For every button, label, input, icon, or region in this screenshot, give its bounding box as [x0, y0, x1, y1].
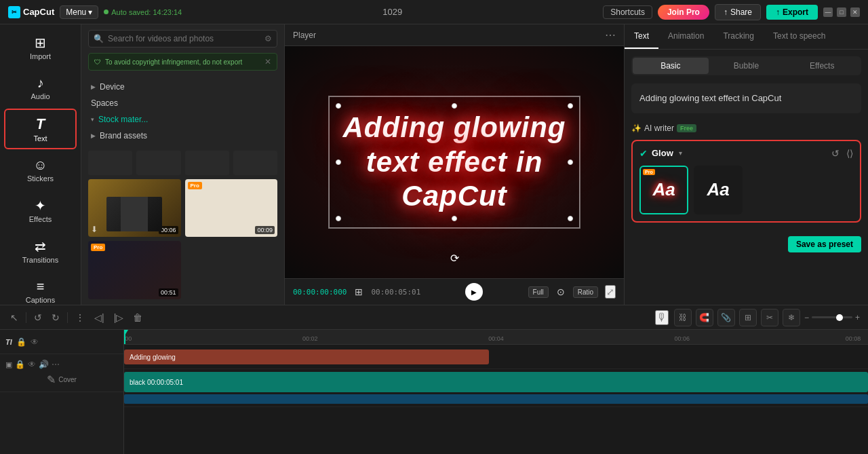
tab-text-to-speech[interactable]: Text to speech	[764, 24, 835, 49]
delete-button[interactable]: 🗑	[131, 310, 144, 325]
save-as-preset-button[interactable]: Save as preset	[788, 236, 861, 252]
handle-middle-left[interactable]	[336, 159, 341, 165]
thumb-small-3[interactable]	[185, 151, 229, 175]
close-button[interactable]: ✕	[850, 7, 860, 17]
style-card-1[interactable]: Pro Aa	[639, 166, 688, 214]
media-thumb-1[interactable]: 00:06 ⬇	[88, 179, 181, 237]
zoom-fit-button[interactable]: ⊙	[555, 285, 566, 299]
style-card-2[interactable]: Aa	[694, 166, 743, 214]
freeze-tool[interactable]: ❄	[783, 309, 800, 326]
nav-item-stock[interactable]: ▾ Stock mater...	[81, 111, 284, 128]
lock-icon[interactable]: 🔒	[16, 337, 26, 347]
handle-top-middle[interactable]	[452, 103, 457, 109]
sidebar-item-import[interactable]: ⊞ Import	[4, 28, 77, 67]
search-icon: 🔍	[94, 34, 104, 43]
select-tool-button[interactable]: ↖	[8, 310, 20, 325]
canvas-text[interactable]: Adding glowingtext effect inCapCut	[329, 96, 580, 227]
left-toolbar: ⊞ Import ♪ Audio T Text ☺ Stickers ✦ Eff…	[0, 24, 81, 305]
grid-view-button[interactable]: ⊞	[353, 285, 364, 299]
tab-tracking[interactable]: Tracking	[713, 24, 764, 49]
redo-button[interactable]: ↻	[50, 310, 62, 325]
play-button[interactable]: ▶	[465, 283, 483, 301]
menu-button[interactable]: Menu ▾	[60, 5, 98, 19]
text-selection-box: Adding glowingtext effect inCapCut	[328, 96, 581, 228]
maximize-button[interactable]: □	[837, 7, 846, 17]
undo-glow-button[interactable]: ↺	[831, 148, 840, 159]
nav-item-brand[interactable]: ▶ Brand assets	[81, 128, 284, 144]
thumb-small-1[interactable]	[88, 151, 132, 175]
export-button[interactable]: ↑ Export	[766, 5, 818, 20]
sub-tab-basic[interactable]: Basic	[633, 58, 709, 74]
crop-tool[interactable]: ✂	[761, 309, 778, 326]
player-menu-icon[interactable]: ⋯	[605, 29, 616, 41]
zoom-in-icon[interactable]: +	[855, 313, 860, 322]
microphone-button[interactable]: 🎙	[655, 310, 669, 325]
trim-end-button[interactable]: |▷	[112, 310, 126, 325]
text-clip[interactable]: Adding glowing	[124, 349, 489, 364]
thumb-small-2[interactable]	[136, 151, 180, 175]
sidebar-item-audio[interactable]: ♪ Audio	[4, 69, 77, 107]
filter-icon[interactable]: ⚙	[264, 34, 272, 43]
glow-check-icon[interactable]: ✔	[639, 148, 648, 159]
eye-icon[interactable]: 👁	[31, 337, 39, 347]
sub-tab-bubble[interactable]: Bubble	[709, 58, 785, 74]
shortcuts-button[interactable]: Shortcuts	[603, 5, 652, 19]
sub-tab-effects[interactable]: Effects	[784, 58, 860, 74]
join-pro-button[interactable]: Join Pro	[658, 5, 709, 20]
export-icon: ↑	[776, 7, 780, 17]
media-panel: 🔍 ⚙ 🛡 To avoid copyright infringement, d…	[81, 24, 285, 305]
handle-middle-right[interactable]	[568, 159, 573, 165]
nav-item-device[interactable]: ▶ Device	[81, 79, 284, 95]
ratio-button[interactable]: Ratio	[573, 286, 598, 298]
audio-clip[interactable]	[124, 394, 868, 404]
topbar: ✂ CapCut Menu ▾ Auto saved: 14:23:14 102…	[0, 0, 868, 24]
timeline-panel: ↖ ↺ ↻ ⋮ ◁| |▷ 🗑 🎙 ⛓ 🧲 📎 ⊞ ✂ ❄ − +	[0, 305, 868, 454]
share-button[interactable]: ↑ Share	[715, 4, 761, 20]
search-input[interactable]	[88, 30, 277, 48]
link-tool[interactable]: ⛓	[674, 309, 692, 326]
sidebar-item-effects[interactable]: ✦ Effects	[4, 191, 77, 230]
zoom-thumb[interactable]	[836, 314, 843, 321]
trim-start-button[interactable]: ◁|	[92, 310, 106, 325]
sidebar-item-text[interactable]: T Text	[4, 109, 77, 149]
media-thumbs: 00:06 ⬇ Pro 00:09 Pro 00:51	[81, 147, 284, 303]
zoom-track[interactable]	[812, 316, 852, 318]
timeline-toolbar: ↖ ↺ ↻ ⋮ ◁| |▷ 🗑 🎙 ⛓ 🧲 📎 ⊞ ✂ ❄ − +	[0, 305, 868, 330]
sidebar-item-stickers[interactable]: ☺ Stickers	[4, 151, 77, 189]
magnet-tool[interactable]: 🧲	[696, 309, 713, 326]
tab-animation[interactable]: Animation	[658, 24, 713, 49]
app-logo: ✂ CapCut	[8, 6, 54, 18]
handle-top-left[interactable]	[336, 103, 341, 109]
minimize-button[interactable]: —	[823, 7, 833, 17]
glow-code-icon[interactable]: ⟨⟩	[846, 148, 853, 159]
close-copyright-button[interactable]: ✕	[264, 57, 271, 67]
video-clip[interactable]: black 00:00:05:01	[124, 372, 868, 392]
thumb-small-4[interactable]	[233, 151, 277, 175]
sidebar-item-transitions[interactable]: ⇄ Transitions	[4, 231, 77, 271]
handle-bottom-middle[interactable]	[452, 216, 457, 221]
volume-icon[interactable]: 🔊	[39, 360, 49, 369]
align-tool[interactable]: ⊞	[739, 309, 757, 326]
sidebar-item-captions[interactable]: ≡ Captions	[4, 272, 77, 305]
undo-button[interactable]: ↺	[32, 310, 44, 325]
text-track-label: TI 🔒 👁	[0, 330, 123, 354]
media-thumb-2[interactable]: Pro 00:09	[185, 179, 278, 237]
fullscreen-button[interactable]: ⤢	[605, 285, 616, 299]
right-panel-tabs: Text Animation Tracking Text to speech	[625, 24, 868, 50]
rotate-handle[interactable]: ⟳	[450, 252, 459, 265]
lock-icon-2[interactable]: 🔒	[15, 360, 25, 369]
cover-button[interactable]: ✎ Cover	[47, 373, 77, 386]
glow-expand-icon[interactable]: ▾	[679, 149, 682, 157]
tab-text[interactable]: Text	[625, 24, 658, 49]
nav-item-spaces[interactable]: Spaces	[81, 95, 284, 111]
more-icon[interactable]: ⋯	[52, 360, 60, 369]
media-thumb-3[interactable]: Pro 00:51	[88, 241, 181, 299]
full-view-button[interactable]: Full	[528, 286, 549, 298]
tracks-container: Adding glowing black 00:00:05:01	[124, 345, 868, 454]
zoom-out-icon[interactable]: −	[804, 313, 809, 322]
handle-bottom-left[interactable]	[336, 216, 341, 221]
effects-icon: ✦	[35, 197, 46, 214]
split-button[interactable]: ⋮	[73, 310, 87, 325]
attach-tool[interactable]: 📎	[717, 309, 735, 326]
eye-icon-2[interactable]: 👁	[28, 360, 36, 369]
